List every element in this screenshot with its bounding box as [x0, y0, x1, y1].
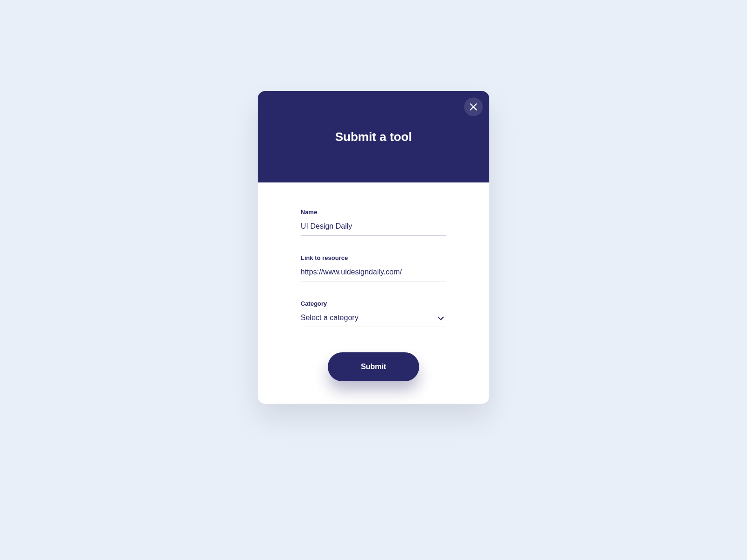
- submit-wrapper: Submit: [301, 352, 446, 381]
- close-icon: [469, 103, 478, 111]
- link-label: Link to resource: [301, 254, 446, 261]
- name-input[interactable]: [301, 220, 446, 236]
- category-select[interactable]: Select a category: [301, 312, 446, 327]
- submit-button[interactable]: Submit: [328, 352, 419, 381]
- name-label: Name: [301, 209, 446, 216]
- link-field-group: Link to resource: [301, 254, 446, 281]
- chevron-down-icon: [437, 315, 444, 322]
- modal-header: Submit a tool: [258, 91, 489, 182]
- modal-body: Name Link to resource Category Select a …: [258, 182, 489, 404]
- link-input[interactable]: [301, 266, 446, 281]
- name-field-group: Name: [301, 209, 446, 236]
- close-button[interactable]: [464, 98, 483, 116]
- modal-title: Submit a tool: [335, 130, 412, 144]
- category-label: Category: [301, 300, 446, 307]
- submit-tool-modal: Submit a tool Name Link to resource Cate…: [258, 91, 489, 404]
- category-field-group: Category Select a category: [301, 300, 446, 327]
- category-select-text: Select a category: [301, 314, 359, 322]
